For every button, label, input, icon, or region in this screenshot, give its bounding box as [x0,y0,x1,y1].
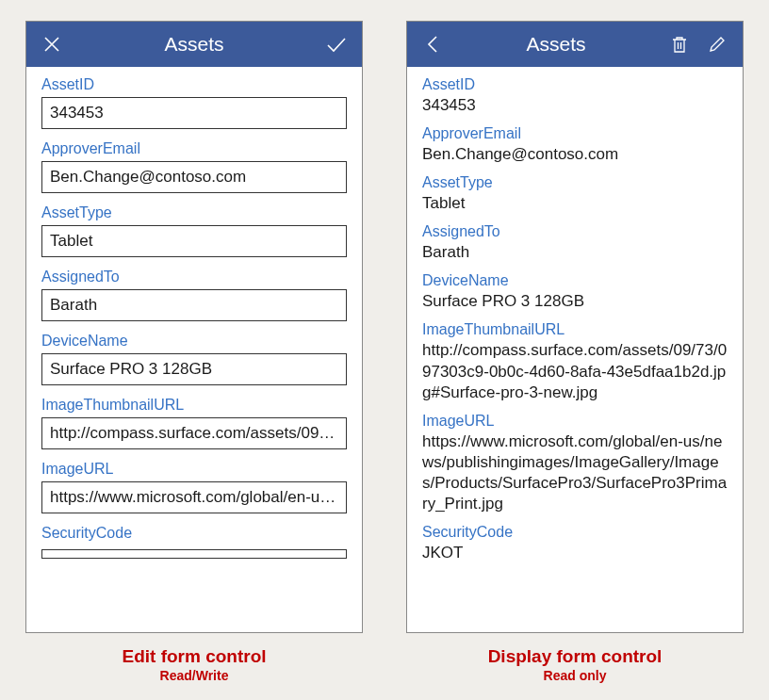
close-icon[interactable] [40,32,64,57]
dfield-assignedto: AssignedTo Barath [422,223,728,263]
input-devicename[interactable] [41,353,347,385]
display-form-screenshot: Assets AssetID 343453 A [406,21,744,683]
dfield-assettype: AssetType Tablet [422,174,728,214]
dfield-securitycode: SecurityCode JKOT [422,524,728,563]
label-imagethumbnailurl: ImageThumbnailURL [41,397,347,414]
display-header: Assets [407,22,743,67]
dvalue-imageurl: https://www.microsoft.com/global/en-us/n… [422,431,728,514]
label-assetid: AssetID [41,76,347,93]
edit-icon[interactable] [705,32,729,57]
dlabel-devicename: DeviceName [422,272,728,289]
display-form-body: AssetID 343453 ApproverEmail Ben.Change@… [407,67,743,577]
display-header-title: Assets [445,33,667,56]
input-approveremail[interactable] [41,161,347,193]
dfield-imagethumbnailurl: ImageThumbnailURL http://compass.surface… [422,321,728,402]
dvalue-approveremail: Ben.Change@contoso.com [422,144,728,165]
edit-caption: Edit form control Read/Write [122,646,266,683]
field-imagethumbnailurl: ImageThumbnailURL [41,397,347,449]
dvalue-imagethumbnailurl: http://compass.surface.com/assets/09/73/… [422,340,728,402]
dfield-approveremail: ApproverEmail Ben.Change@contoso.com [422,125,728,165]
dlabel-approveremail: ApproverEmail [422,125,728,142]
dlabel-assetid: AssetID [422,76,728,93]
field-securitycode: SecurityCode [41,525,347,562]
input-assetid[interactable] [41,97,347,129]
dvalue-assetid: 343453 [422,95,728,116]
input-imageurl[interactable] [41,481,347,513]
edit-caption-sub: Read/Write [122,668,266,683]
edit-header-title: Assets [64,33,324,56]
dvalue-assettype: Tablet [422,193,728,214]
field-assignedto: AssignedTo [41,269,347,321]
input-imagethumbnailurl[interactable] [41,417,347,449]
field-assettype: AssetType [41,204,347,257]
dvalue-securitycode: JKOT [422,543,728,563]
label-securitycode: SecurityCode [41,525,347,542]
field-imageurl: ImageURL [41,461,347,513]
dlabel-imagethumbnailurl: ImageThumbnailURL [422,321,728,338]
checkmark-icon[interactable] [324,32,349,57]
display-caption: Display form control Read only [488,646,663,683]
input-assettype[interactable] [41,225,347,257]
label-assettype: AssetType [41,204,347,221]
dlabel-imageurl: ImageURL [422,413,728,430]
display-caption-main: Display form control [488,646,663,667]
dvalue-devicename: Surface PRO 3 128GB [422,291,728,312]
label-approveremail: ApproverEmail [41,140,347,157]
label-imageurl: ImageURL [41,461,347,478]
dlabel-assettype: AssetType [422,174,728,191]
dfield-devicename: DeviceName Surface PRO 3 128GB [422,272,728,312]
field-approveremail: ApproverEmail [41,140,347,193]
display-caption-sub: Read only [488,668,663,683]
dfield-assetid: AssetID 343453 [422,76,728,116]
edit-caption-main: Edit form control [122,646,266,667]
back-icon[interactable] [420,32,445,57]
edit-form-body: AssetID ApproverEmail AssetType Assigned… [26,67,362,566]
label-assignedto: AssignedTo [41,269,347,285]
edit-phone-frame: Assets AssetID ApproverEmail AssetType A… [25,21,363,633]
label-devicename: DeviceName [41,333,347,350]
trash-icon[interactable] [667,32,692,57]
input-securitycode[interactable] [41,549,347,559]
field-assetid: AssetID [41,76,347,129]
field-devicename: DeviceName [41,333,347,385]
dlabel-assignedto: AssignedTo [422,223,728,240]
edit-header: Assets [26,22,362,67]
dlabel-securitycode: SecurityCode [422,524,728,541]
edit-form-screenshot: Assets AssetID ApproverEmail AssetType A… [25,21,363,683]
display-phone-frame: Assets AssetID 343453 A [406,21,744,633]
dfield-imageurl: ImageURL https://www.microsoft.com/globa… [422,413,728,514]
dvalue-assignedto: Barath [422,242,728,263]
input-assignedto[interactable] [41,289,347,321]
